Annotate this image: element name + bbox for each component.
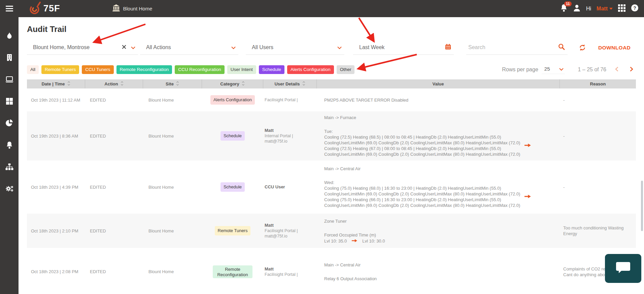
table-row: Oct 18th 2023 | 2:08 PM EDITED Blount Ho… [27,248,636,294]
brand-name: 75F [43,3,60,14]
chip-remote-tuners[interactable]: Remote Tuners [41,65,79,74]
site-filter-dropdown[interactable]: Blount Home, Montrose [27,40,138,55]
cell-category: Schedule [202,160,263,214]
cell-user-details: Facilisight Portal | [263,88,317,111]
sidebar-item-pie-chart-icon[interactable] [0,112,19,134]
page-range-text: 1 – 25 of 76 [578,67,606,73]
column-header-reason: Reason [560,79,636,88]
user-avatar-icon[interactable] [573,4,581,13]
user-menu[interactable]: Matt [597,6,613,12]
sidebar-item-laptop-icon[interactable] [0,68,19,90]
search-input[interactable] [468,44,549,50]
cell-reason: - [560,111,636,160]
clear-icon[interactable] [122,44,126,50]
vertical-scrollbar[interactable] [641,181,643,231]
cell-date: Oct 18th 2023 | 4:39 PM [27,160,85,214]
sidebar-item-flame-icon[interactable] [0,25,19,46]
sort-icon[interactable] [242,81,245,87]
cell-site: Blount Home [143,160,202,214]
calendar-icon[interactable] [445,44,451,51]
sidebar-item-dashboard-icon[interactable] [0,90,19,112]
menu-icon[interactable] [0,6,19,11]
sidebar-item-building-icon[interactable] [0,46,19,68]
change-arrow-icon [524,194,531,199]
main-content: Audit Trail Blount Home, Montrose All Ac… [19,17,644,294]
column-header-date-time[interactable]: Date | Time [27,79,85,88]
cell-date: Oct 18th 2023 | 2:08 PM [27,248,85,294]
search-field[interactable] [466,40,568,55]
previous-page-button[interactable] [612,65,621,74]
chip-remote-reconfiguration[interactable]: Remote Reconfiguration [116,65,172,74]
chip-ccu-tuners[interactable]: CCU Tuners [82,65,113,74]
brand-logo[interactable]: 75F [29,1,60,16]
chip-user-intent[interactable]: User Intent [227,65,256,74]
sidebar-item-bell-icon[interactable] [0,134,19,156]
site-filter-value: Blount Home, Montrose [33,44,90,50]
help-icon[interactable]: ? [631,4,639,13]
chip-other[interactable]: Other [337,65,355,74]
next-page-button[interactable] [627,65,636,74]
table-row: Oct 19th 2023 | 11:12 AM EDITED Blount H… [27,88,636,111]
download-button[interactable]: DOWNLOAD [598,45,631,51]
sidebar-item-sitemap-icon[interactable] [0,156,19,178]
column-header-category[interactable]: Category [202,79,263,88]
left-sidebar [0,17,19,294]
date-range-value: Last Week [359,44,384,50]
bank-icon [112,4,120,13]
cell-site: Blount Home [143,248,202,294]
sort-icon[interactable] [176,81,179,87]
cell-reason: - [560,88,636,111]
cell-action: EDITED [85,248,143,294]
chevron-down-icon [609,8,613,10]
sort-icon[interactable] [121,81,124,87]
column-header-action[interactable]: Action [85,79,143,88]
chat-widget-button[interactable] [605,254,641,283]
cell-action: EDITED [85,111,143,160]
cell-site: Blount Home [143,214,202,248]
category-chip: Remote Tuners [215,226,251,235]
pagination-controls: Rows per page 25 1 – 25 of 76 [502,65,636,74]
cell-action: EDITED [85,88,143,111]
refresh-icon[interactable] [579,44,586,52]
table-row: Oct 19th 2023 | 8:36 AM EDITED Blount Ho… [27,111,636,160]
sidebar-item-gears-icon[interactable] [0,178,19,199]
site-name: Blount Home [123,6,152,11]
users-filter-dropdown[interactable]: All Users [246,40,344,55]
cell-category: Alerts Configuration [202,88,263,111]
notifications-bell-icon[interactable]: 11 [560,4,568,13]
chip-alerts-configuration[interactable]: Alerts Configuration [287,65,334,74]
top-navbar: 75F Blount Home 11 Hi [0,0,644,17]
rows-per-page-select[interactable]: 25 [542,65,565,74]
category-filter-bar: All Remote Tuners CCU Tuners Remote Reco… [27,65,636,74]
table-row: Oct 18th 2023 | 4:39 PM EDITED Blount Ho… [27,160,636,214]
chip-all[interactable]: All [27,65,39,74]
cell-user-details: Matt Facilisight Portal | matt@75f.io [263,214,317,248]
column-header-value: Value [317,79,560,88]
actions-filter-dropdown[interactable]: All Actions [140,40,238,55]
chevron-down-icon [131,44,135,50]
flame-logo-icon [29,1,41,16]
date-range-picker[interactable]: Last Week [353,40,454,55]
cell-value: Zone Tuner Forced Occupied Time (m) Lvl … [317,214,560,248]
cell-user-details: Matt Internal Portal | matt@75f.io [263,111,317,160]
site-selector[interactable]: Blount Home [112,4,152,13]
cell-date: Oct 18th 2023 | 2:10 PM [27,214,85,248]
cell-user-details: Matt Facilisight Portal | [263,248,317,294]
cell-value: PM2P5 ABOVE TARGET ERROR Disabled [317,88,560,111]
page-title: Audit Trail [27,25,66,34]
cell-date: Oct 19th 2023 | 8:36 AM [27,111,85,160]
column-header-user-details[interactable]: User Details [263,79,317,88]
cell-reason: Too much conditioning Wasting Energy [560,214,636,248]
cell-date: Oct 19th 2023 | 11:12 AM [27,88,85,111]
search-icon[interactable] [558,43,565,51]
table-header-row: Date | Time Action Site Category User De… [27,79,636,88]
cell-action: EDITED [85,214,143,248]
column-header-site[interactable]: Site [143,79,202,88]
chip-ccu-reconfiguration[interactable]: CCU Reconfiguration [175,65,225,74]
sort-icon[interactable] [67,81,70,87]
cell-value: Main -> Central Air Wed: Cooling (75.0) … [317,160,560,214]
sort-icon[interactable] [302,81,305,87]
apps-grid-icon[interactable] [618,4,625,13]
chip-schedule[interactable]: Schedule [259,65,284,74]
cell-value: Main -> Central Air Relay 6 Output Assoc… [317,248,560,294]
